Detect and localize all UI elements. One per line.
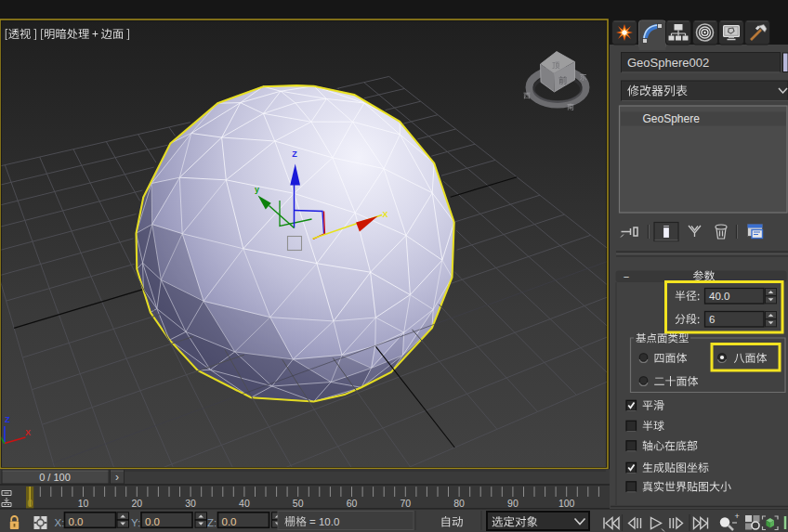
svg-text:0.0: 0.0 bbox=[69, 516, 84, 527]
svg-text:y: y bbox=[255, 185, 259, 194]
svg-text:0.0: 0.0 bbox=[222, 516, 237, 527]
svg-text:Z: Z bbox=[292, 149, 297, 159]
svg-text:›: › bbox=[115, 471, 119, 484]
svg-text:30: 30 bbox=[185, 498, 196, 509]
svg-text:GeoSphere002: GeoSphere002 bbox=[627, 56, 709, 70]
svg-text:0.0: 0.0 bbox=[145, 516, 160, 527]
svg-text:= 10.0: = 10.0 bbox=[309, 516, 339, 527]
svg-text:GeoSphere: GeoSphere bbox=[643, 112, 701, 125]
svg-text:Z: Z bbox=[5, 415, 10, 424]
svg-text:100: 100 bbox=[558, 498, 575, 509]
svg-text:40.0: 40.0 bbox=[709, 291, 729, 302]
svg-text:60: 60 bbox=[347, 498, 358, 509]
svg-text:40: 40 bbox=[239, 498, 250, 509]
svg-text:Y:: Y: bbox=[131, 517, 140, 528]
svg-text:80: 80 bbox=[453, 498, 465, 509]
svg-text:X: X bbox=[25, 428, 31, 437]
svg-text:90: 90 bbox=[507, 498, 519, 509]
svg-text:50: 50 bbox=[293, 498, 304, 509]
svg-text:X:: X: bbox=[55, 517, 65, 528]
svg-text:0: 0 bbox=[28, 499, 33, 509]
svg-text:6: 6 bbox=[709, 314, 715, 325]
svg-text:10: 10 bbox=[78, 498, 89, 509]
svg-text:Z:: Z: bbox=[207, 517, 217, 528]
svg-text:X: X bbox=[382, 210, 387, 219]
svg-text:70: 70 bbox=[400, 498, 411, 509]
svg-text:+: + bbox=[735, 512, 740, 521]
svg-text:20: 20 bbox=[131, 498, 142, 509]
svg-text:−: − bbox=[624, 271, 629, 282]
svg-text:0 / 100: 0 / 100 bbox=[39, 472, 71, 483]
